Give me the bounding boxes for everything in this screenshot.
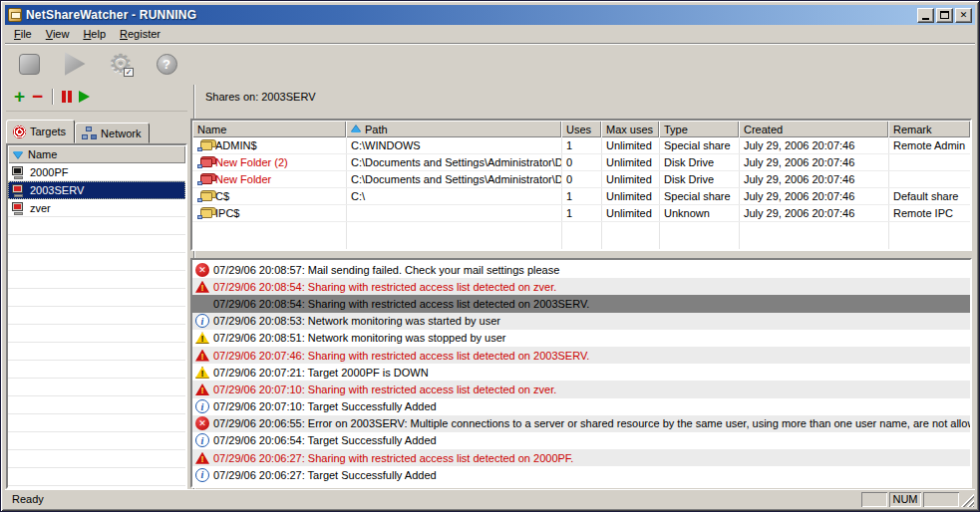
stop-icon [19,54,40,75]
title-bar[interactable]: NetShareWatcher - RUNNING ✕ [5,5,975,25]
alert-warning-icon: ! [195,451,209,465]
info-icon: i [195,433,209,447]
log-entry[interactable]: ! 07/29/06 20:07:21: Target 2000PF is DO… [192,364,970,381]
start-monitoring-button[interactable] [59,49,91,79]
alert-warning-icon: ! [195,349,209,363]
log-entry[interactable]: ! 07/29/06 20:07:10: Sharing with restri… [192,381,970,397]
tab-targets[interactable]: Targets [6,120,75,143]
add-target-button[interactable]: + [14,87,25,106]
shared-folder-icon [197,139,212,151]
status-cell-empty [861,492,887,507]
menu-register[interactable]: Register [113,26,167,42]
computer-alert-icon [11,202,26,215]
app-window: NetShareWatcher - RUNNING ✕ File View He… [0,0,980,512]
computer-alert-icon [11,184,26,197]
shares-table-body: ADMIN$ C:\WINDOWS 1 Unlimited Special sh… [192,137,970,249]
minimize-icon [922,18,929,20]
info-icon: i [195,468,209,482]
maximize-button[interactable] [936,8,953,23]
target-list-body: 2000PF 2003SERV zver [8,163,185,487]
log-entry[interactable]: i 07/29/06 20:06:54: Target Successfully… [192,432,970,449]
window-title: NetShareWatcher - RUNNING [26,8,196,22]
share-row-new-folder-2[interactable]: New Folder (2) C:\Documents and Settings… [192,154,970,171]
network-icon [82,127,97,139]
stop-monitoring-button[interactable] [13,49,45,79]
status-cell-num: NUM [889,492,921,507]
log-entry[interactable]: i 07/29/06 20:08:53: Network monitoring … [192,313,970,330]
log-entry-selected[interactable]: 07/29/06 20:08:54: Sharing with restrict… [192,295,970,312]
target-row-2003serv[interactable]: 2003SERV [8,181,185,199]
targets-panel: + − Targets Network Name [6,82,187,489]
log-entry[interactable]: ! 07/29/06 20:08:51: Network monitoring … [192,330,970,347]
share-row-c[interactable]: C$ C:\ 1 Unlimited Special share July 29… [192,188,970,205]
sort-ascending-icon [351,126,361,132]
alert-folder-icon [197,156,212,168]
targets-toolbar: + − [6,82,187,112]
log-entry[interactable]: ! 07/29/06 20:07:46: Sharing with restri… [192,347,970,364]
alert-folder-icon [197,173,212,185]
info-icon: i [195,399,209,413]
share-row-admin[interactable]: ADMIN$ C:\WINDOWS 1 Unlimited Special sh… [192,137,970,154]
column-header-path[interactable]: Path [346,121,561,137]
column-header-max-uses[interactable]: Max uses [601,121,659,137]
left-tabs: Targets Network [6,120,187,143]
toolbar-separator [52,89,53,105]
warning-icon: ! [195,366,209,380]
error-icon: ✕ [195,416,209,430]
resize-grip[interactable] [961,494,974,507]
help-button[interactable]: ? [151,49,182,79]
shares-table: Name Path Uses Max uses Type Created Rem… [190,119,972,251]
menu-bar: File View Help Register [5,25,975,44]
close-icon: ✕ [960,10,968,20]
column-header-uses[interactable]: Uses [561,121,601,137]
status-cell-empty [923,492,959,507]
shares-title: Shares on: 2003SERV [205,91,315,103]
column-header-name[interactable]: Name [192,121,346,137]
horizontal-splitter[interactable] [190,251,972,258]
main-toolbar: ⚙ ✓ ? [5,46,975,82]
menu-view[interactable]: View [39,26,77,42]
error-icon: ✕ [195,263,209,277]
log-entry[interactable]: ✕ 07/29/06 20:08:57: Mail sending failed… [192,261,970,278]
log-entry[interactable]: ✕ 07/29/06 20:06:55: Error on 2003SERV: … [192,415,970,432]
log-entry[interactable]: i 07/29/06 20:06:27: Target Successfully… [192,466,970,483]
menu-help[interactable]: Help [76,26,113,42]
shared-folder-icon [197,207,212,219]
share-row-new-folder[interactable]: New Folder C:\Documents and Settings\Adm… [192,171,970,188]
target-icon [13,126,26,138]
settings-button[interactable]: ⚙ ✓ [105,49,137,79]
event-log: ✕ 07/29/06 20:08:57: Mail sending failed… [190,258,972,488]
status-message: Ready [7,493,44,505]
pause-target-button[interactable] [62,91,72,103]
alert-warning-icon: ! [195,280,209,294]
target-list-header[interactable]: Name [8,145,185,163]
maximize-icon [940,11,949,19]
close-button[interactable]: ✕ [955,8,972,23]
sort-descending-icon [13,151,23,158]
info-icon: i [195,314,209,328]
help-icon: ? [157,54,177,75]
resume-target-button[interactable] [79,91,90,103]
shares-table-header: Name Path Uses Max uses Type Created Rem… [192,121,970,137]
column-header-remark[interactable]: Remark [888,121,970,137]
remove-target-button[interactable]: − [32,87,43,106]
tab-network[interactable]: Network [75,123,150,143]
check-icon: ✓ [124,68,134,77]
warning-icon: ! [195,331,209,345]
app-icon [8,8,22,22]
target-row-2000pf[interactable]: 2000PF [8,163,185,181]
target-row-zver[interactable]: zver [8,199,185,217]
computer-down-icon [11,166,26,179]
share-row-ipc[interactable]: IPC$ 1 Unlimited Unknown July 29, 2006 2… [192,205,970,222]
log-entry[interactable]: ! 07/29/06 20:08:54: Sharing with restri… [192,278,970,295]
alert-warning-icon: ! [195,383,209,396]
log-entry[interactable]: i 07/29/06 20:07:10: Target Successfully… [192,398,970,415]
column-header-type[interactable]: Type [659,121,739,137]
shared-folder-icon [197,190,212,202]
log-entry[interactable]: ! 07/29/06 20:06:27: Sharing with restri… [192,449,970,466]
column-header-created[interactable]: Created [739,121,888,137]
minimize-button[interactable] [917,8,934,23]
target-list: Name 2000PF 2003SERV zver [6,143,187,489]
status-bar: Ready NUM [5,489,975,508]
menu-file[interactable]: File [7,26,39,42]
